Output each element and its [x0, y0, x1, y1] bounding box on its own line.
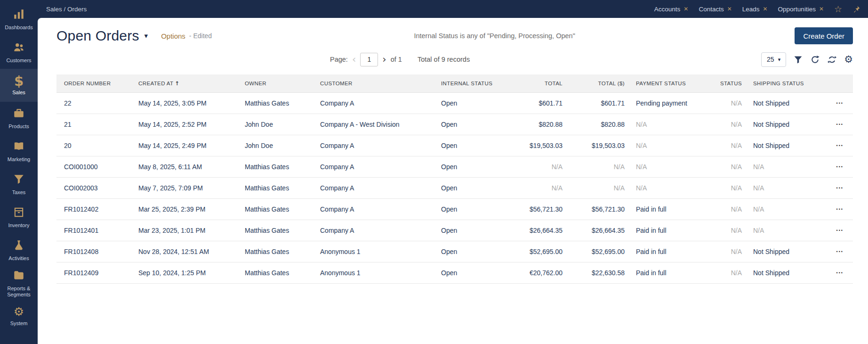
sidebar-item-label: Products [8, 123, 30, 130]
cell: N/A [568, 156, 630, 177]
sidebar-item-products[interactable]: Products [0, 102, 38, 135]
box-icon [13, 206, 25, 220]
table-row[interactable]: COI002003May 7, 2025, 7:09 PMMatthias Ga… [56, 177, 853, 198]
table-row[interactable]: COI001000May 8, 2025, 6:11 AMMatthias Ga… [56, 156, 853, 177]
column-header-9[interactable]: SHIPPING STATUS [747, 74, 825, 92]
cell: 20 [56, 135, 133, 156]
cell: €20,762.00 [511, 262, 568, 283]
table-row[interactable]: FR1012401Mar 23, 2025, 1:01 PMMatthias G… [56, 220, 853, 241]
cell-actions: ••• [825, 177, 853, 198]
dollar-icon: $ [14, 75, 24, 87]
sidebar-item-system[interactable]: ⚙ System [0, 300, 38, 333]
sidebar-item-label: Dashboards [4, 25, 33, 31]
row-actions-button[interactable]: ••• [835, 141, 845, 150]
table-row[interactable]: FR1012409Sep 10, 2024, 1:25 PMMatthias G… [56, 262, 853, 283]
column-header-8[interactable]: STATUS [701, 74, 747, 92]
row-actions-button[interactable]: ••• [835, 99, 845, 107]
cell: Not Shipped [747, 241, 825, 262]
row-actions-button[interactable]: ••• [835, 226, 845, 235]
cell: Open [435, 114, 511, 135]
prev-page-icon[interactable]: ‹ [352, 55, 356, 65]
sidebar-item-label: Inventory [7, 222, 30, 229]
table-row[interactable]: 21May 14, 2025, 2:52 PMJohn DoeCompany A… [56, 114, 853, 135]
column-header-2[interactable]: OWNER [239, 74, 314, 92]
cell: Matthias Gates [239, 220, 314, 241]
table-row[interactable]: 20May 14, 2025, 2:49 PMJohn DoeCompany A… [56, 135, 853, 156]
row-actions-button[interactable]: ••• [835, 247, 845, 256]
column-header-3[interactable]: CUSTOMER [314, 74, 435, 92]
row-actions-button[interactable]: ••• [835, 184, 845, 192]
column-header-0[interactable]: ORDER NUMBER [56, 74, 133, 92]
table-row[interactable]: FR1012402Mar 25, 2025, 2:39 PMMatthias G… [56, 198, 853, 220]
orders-table: ORDER NUMBERCREATED AT↑OWNERCUSTOMERINTE… [56, 74, 853, 284]
pinned-tab-accounts[interactable]: Accounts ✕ [654, 6, 689, 13]
filter-icon[interactable] [793, 55, 803, 65]
book-icon [13, 140, 25, 154]
reset-icon[interactable] [827, 55, 837, 65]
cell: May 14, 2025, 3:05 PM [133, 92, 239, 114]
cell: COI001000 [56, 156, 133, 177]
next-page-icon[interactable]: › [382, 55, 386, 65]
breadcrumb[interactable]: Sales / Orders [46, 6, 87, 13]
close-icon[interactable]: ✕ [727, 6, 732, 12]
grid-settings-gear-icon[interactable]: ⚙ [844, 55, 853, 65]
cell: Company A - West Division [314, 114, 435, 135]
table-row[interactable]: FR1012408Nov 28, 2024, 12:51 AMMatthias … [56, 241, 853, 262]
pinned-tab-label: Opportunities [778, 6, 816, 13]
sidebar-item-customers[interactable]: Customers [0, 36, 38, 69]
bar-chart-icon [13, 8, 25, 22]
cell: Matthias Gates [239, 177, 314, 198]
cell: N/A [511, 177, 568, 198]
page-number-input[interactable] [360, 53, 378, 66]
pinned-tab-opportunities[interactable]: Opportunities ✕ [778, 6, 824, 13]
cell: N/A [701, 135, 747, 156]
sidebar-item-reports-segments[interactable]: Reports & Segments [0, 267, 38, 300]
cell: N/A [701, 114, 747, 135]
funnel-icon [13, 173, 25, 187]
cell: John Doe [239, 114, 314, 135]
page-size-button[interactable]: 25 ▾ [761, 52, 786, 67]
row-actions-button[interactable]: ••• [835, 163, 845, 171]
column-header-1[interactable]: CREATED AT↑ [133, 74, 239, 92]
close-icon[interactable]: ✕ [763, 6, 768, 12]
sidebar-item-marketing[interactable]: Marketing [0, 135, 38, 168]
cell-actions: ••• [825, 241, 853, 262]
options-link[interactable]: Options [161, 32, 185, 40]
column-header-5[interactable]: TOTAL [511, 74, 568, 92]
cell: Nov 28, 2024, 12:51 AM [133, 241, 239, 262]
sidebar-item-taxes[interactable]: Taxes [0, 168, 38, 201]
close-icon[interactable]: ✕ [683, 6, 688, 12]
sort-asc-icon: ↑ [175, 80, 180, 87]
row-actions-button[interactable]: ••• [835, 205, 845, 213]
pinned-tab-contacts[interactable]: Contacts ✕ [699, 6, 731, 13]
cell-actions: ••• [825, 220, 853, 241]
sidebar-item-dashboards[interactable]: Dashboards [0, 3, 38, 36]
column-header-4[interactable]: INTERNAL STATUS [435, 74, 511, 92]
row-actions-button[interactable]: ••• [835, 269, 845, 277]
column-header-6[interactable]: TOTAL ($) [568, 74, 630, 92]
cell: Sep 10, 2024, 1:25 PM [133, 262, 239, 283]
cell: Not Shipped [747, 114, 825, 135]
cell: Paid in full [630, 262, 701, 283]
create-order-button[interactable]: Create Order [795, 27, 853, 44]
chevron-down-icon[interactable]: ▾ [145, 32, 148, 40]
sidebar-item-activities[interactable]: Activities [0, 234, 38, 267]
row-actions-button[interactable]: ••• [835, 120, 845, 129]
sidebar-item-label: Activities [8, 255, 30, 262]
sidebar-item-inventory[interactable]: Inventory [0, 201, 38, 234]
pin-icon[interactable] [852, 5, 860, 13]
cell: N/A [701, 220, 747, 241]
refresh-icon[interactable] [810, 55, 820, 65]
pinned-tab-leads[interactable]: Leads ✕ [742, 6, 768, 13]
table-row[interactable]: 22May 14, 2025, 3:05 PMMatthias GatesCom… [56, 92, 853, 114]
briefcase-icon [13, 107, 25, 121]
favorite-star-icon[interactable]: ☆ [834, 5, 842, 14]
filter-summary: Internal Status is any of "Pending, Proc… [414, 32, 575, 40]
close-icon[interactable]: ✕ [819, 6, 824, 12]
sidebar-item-label: Sales [11, 90, 26, 96]
sidebar-item-sales[interactable]: $ Sales [0, 69, 38, 102]
cell: $19,503.03 [568, 135, 630, 156]
column-header-7[interactable]: PAYMENT STATUS [630, 74, 701, 92]
cell: $820.88 [511, 114, 568, 135]
cell: Matthias Gates [239, 198, 314, 220]
